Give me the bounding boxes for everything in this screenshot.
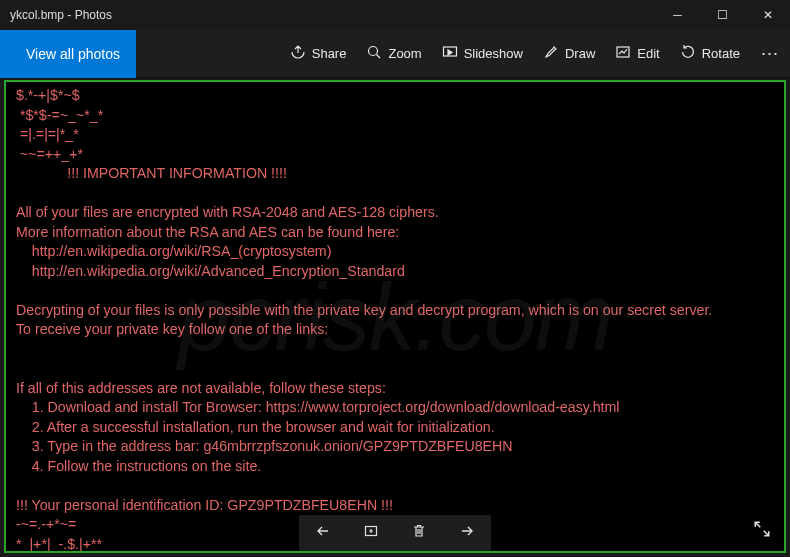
edit-icon bbox=[615, 44, 631, 63]
share-button[interactable]: Share bbox=[280, 30, 357, 78]
album-add-icon bbox=[363, 523, 379, 543]
image-viewport: pcrisk.com $.*-+|$*~$ *$*$-=~_~*_* =|.=|… bbox=[4, 80, 786, 553]
previous-image-button[interactable] bbox=[299, 515, 347, 551]
slideshow-icon bbox=[442, 44, 458, 63]
ransom-note-text: $.*-+|$*~$ *$*$-=~_~*_* =|.=|=|*_* ~~=++… bbox=[16, 86, 774, 553]
arrow-left-icon bbox=[315, 523, 331, 543]
svg-point-1 bbox=[369, 47, 378, 56]
edit-label: Edit bbox=[637, 46, 659, 61]
edit-button[interactable]: Edit bbox=[605, 30, 669, 78]
window-titlebar: ykcol.bmp - Photos ─ ☐ ✕ bbox=[0, 0, 790, 30]
zoom-button[interactable]: Zoom bbox=[356, 30, 431, 78]
view-all-photos-button[interactable]: View all photos bbox=[0, 30, 136, 78]
rotate-icon bbox=[680, 44, 696, 63]
slideshow-button[interactable]: Slideshow bbox=[432, 30, 533, 78]
add-to-album-button[interactable] bbox=[347, 515, 395, 551]
app-toolbar: View all photos Share Zoom Slideshow Dra… bbox=[0, 30, 790, 78]
window-close-button[interactable]: ✕ bbox=[745, 0, 790, 30]
next-image-button[interactable] bbox=[443, 515, 491, 551]
zoom-label: Zoom bbox=[388, 46, 421, 61]
more-options-button[interactable]: ··· bbox=[750, 30, 790, 78]
draw-label: Draw bbox=[565, 46, 595, 61]
slideshow-label: Slideshow bbox=[464, 46, 523, 61]
window-controls: ─ ☐ ✕ bbox=[655, 0, 790, 30]
share-icon bbox=[290, 44, 306, 63]
draw-button[interactable]: Draw bbox=[533, 30, 605, 78]
share-label: Share bbox=[312, 46, 347, 61]
trash-icon bbox=[411, 523, 427, 543]
window-maximize-button[interactable]: ☐ bbox=[700, 0, 745, 30]
delete-button[interactable] bbox=[395, 515, 443, 551]
view-all-label: View all photos bbox=[26, 46, 120, 62]
fullscreen-icon bbox=[753, 520, 771, 542]
zoom-icon bbox=[366, 44, 382, 63]
arrow-right-icon bbox=[459, 523, 475, 543]
window-minimize-button[interactable]: ─ bbox=[655, 0, 700, 30]
fullscreen-button[interactable] bbox=[746, 515, 778, 547]
rotate-button[interactable]: Rotate bbox=[670, 30, 750, 78]
bottom-nav-controls bbox=[299, 515, 491, 551]
window-title: ykcol.bmp - Photos bbox=[10, 8, 112, 22]
rotate-label: Rotate bbox=[702, 46, 740, 61]
draw-icon bbox=[543, 44, 559, 63]
